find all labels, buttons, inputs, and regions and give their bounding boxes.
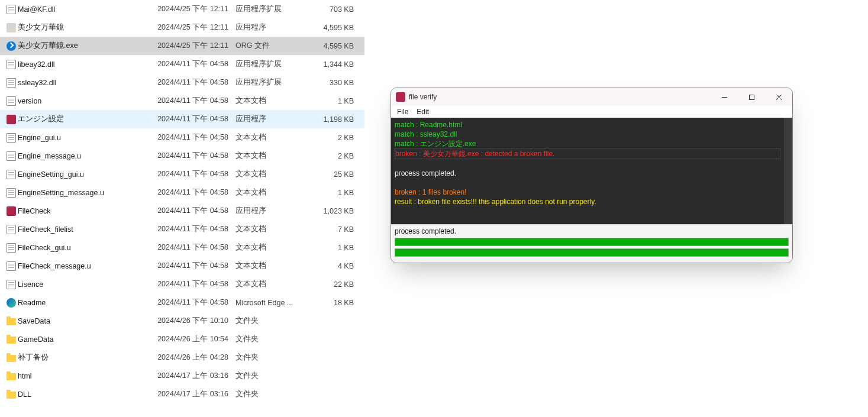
- progress-bar-1: [395, 238, 789, 246]
- file-date: 2024/4/11 下午 04:58: [156, 279, 235, 289]
- titlebar[interactable]: file verify: [391, 88, 792, 106]
- file-icon: [5, 335, 18, 344]
- maximize-button[interactable]: [738, 88, 765, 106]
- file-date: 2024/4/11 下午 04:58: [156, 151, 235, 161]
- file-row[interactable]: Engine_gui.u2024/4/11 下午 04:58文本文档2 KB: [0, 128, 364, 147]
- file-name: Engine_gui.u: [18, 134, 156, 142]
- file-icon: [5, 353, 18, 362]
- file-row[interactable]: Readme2024/4/11 下午 04:58Microsoft Edge .…: [0, 293, 364, 312]
- file-size: 1 KB: [306, 189, 354, 197]
- console-scrollbar[interactable]: [784, 118, 792, 224]
- close-button[interactable]: [765, 88, 792, 106]
- file-type: 应用程序: [235, 114, 306, 124]
- console-line: process completed.: [395, 169, 789, 178]
- file-icon: [5, 280, 18, 289]
- file-icon: [5, 151, 18, 161]
- file-row[interactable]: DLL2024/4/17 上午 03:16文件夹: [0, 385, 364, 403]
- file-name: html: [18, 372, 156, 380]
- file-type: 应用程序: [235, 206, 306, 216]
- file-date: 2024/4/11 下午 04:58: [156, 114, 235, 124]
- file-type: 文件夹: [235, 353, 306, 363]
- file-date: 2024/4/25 下午 12:11: [156, 22, 235, 33]
- file-icon: [5, 23, 18, 33]
- file-size: 7 KB: [306, 225, 354, 234]
- file-icon: [5, 390, 18, 399]
- file-type: 文本文档: [235, 188, 306, 198]
- file-icon: [5, 60, 18, 69]
- file-row[interactable]: 美少女万華鏡2024/4/25 下午 12:11应用程序4,595 KB: [0, 18, 364, 37]
- file-type: 文本文档: [235, 279, 306, 289]
- file-icon: [5, 5, 18, 14]
- file-row[interactable]: Engine_message.u2024/4/11 下午 04:58文本文档2 …: [0, 147, 364, 165]
- file-date: 2024/4/25 下午 12:11: [156, 41, 235, 51]
- file-explorer-list: Mai@KF.dll2024/4/25 下午 12:11应用程序扩展703 KB…: [0, 0, 364, 403]
- file-size: 703 KB: [306, 5, 354, 14]
- file-size: 1 KB: [306, 244, 354, 252]
- menu-edit[interactable]: Edit: [417, 108, 429, 116]
- console-line: match : エンジン設定.exe: [395, 139, 789, 148]
- file-row[interactable]: html2024/4/17 上午 03:16文件夹: [0, 367, 364, 385]
- window-title: file verify: [409, 93, 711, 101]
- file-row[interactable]: エンジン設定2024/4/11 下午 04:58应用程序1,198 KB: [0, 110, 364, 128]
- file-type: 应用程序扩展: [235, 4, 306, 14]
- file-name: FileCheck: [18, 207, 156, 215]
- menu-file[interactable]: File: [397, 108, 408, 116]
- file-icon: [5, 261, 18, 271]
- file-size: 4 KB: [306, 262, 354, 270]
- file-type: 文本文档: [235, 169, 306, 179]
- file-icon: [5, 170, 18, 179]
- file-row[interactable]: FileCheck_message.u2024/4/11 下午 04:58文本文…: [0, 257, 364, 275]
- file-name: SaveData: [18, 317, 156, 325]
- file-date: 2024/4/11 下午 04:58: [156, 59, 235, 69]
- file-date: 2024/4/26 上午 04:28: [156, 353, 235, 363]
- svg-rect-1: [749, 95, 754, 99]
- file-row[interactable]: version2024/4/11 下午 04:58文本文档1 KB: [0, 92, 364, 110]
- file-type: 文件夹: [235, 334, 306, 344]
- file-type: 文本文档: [235, 132, 306, 143]
- file-row[interactable]: Lisence2024/4/11 下午 04:58文本文档22 KB: [0, 275, 364, 293]
- file-row[interactable]: Mai@KF.dll2024/4/25 下午 12:11应用程序扩展703 KB: [0, 0, 364, 18]
- file-name: GameData: [18, 335, 156, 344]
- file-date: 2024/4/11 下午 04:58: [156, 298, 235, 308]
- file-row[interactable]: ssleay32.dll2024/4/11 下午 04:58应用程序扩展330 …: [0, 73, 364, 92]
- console-line: broken : 美少女万華鏡.exe : detected a broken …: [395, 148, 780, 159]
- file-row[interactable]: 补丁备份2024/4/26 上午 04:28文件夹: [0, 348, 364, 367]
- file-icon: [5, 206, 18, 216]
- minimize-button[interactable]: [711, 88, 738, 106]
- app-icon: [396, 92, 405, 102]
- file-date: 2024/4/11 下午 04:58: [156, 169, 235, 179]
- file-icon: [5, 243, 18, 253]
- file-name: version: [18, 97, 156, 105]
- file-row[interactable]: GameData2024/4/26 上午 10:54文件夹: [0, 330, 364, 348]
- file-verify-window: file verify File Edit match : Readme.htm…: [391, 88, 793, 263]
- file-type: 文件夹: [235, 389, 306, 399]
- file-type: ORG 文件: [235, 41, 306, 51]
- file-size: 2 KB: [306, 152, 354, 160]
- file-row[interactable]: libeay32.dll2024/4/11 下午 04:58应用程序扩展1,34…: [0, 55, 364, 73]
- progress-bar-2: [395, 248, 789, 257]
- file-date: 2024/4/11 下午 04:58: [156, 96, 235, 106]
- file-name: Engine_message.u: [18, 152, 156, 160]
- file-type: 文本文档: [235, 224, 306, 234]
- file-row[interactable]: 美少女万華鏡.exe2024/4/25 下午 12:11ORG 文件4,595 …: [0, 37, 364, 55]
- file-name: 补丁备份: [18, 353, 156, 363]
- file-row[interactable]: SaveData2024/4/26 下午 10:10文件夹: [0, 312, 364, 330]
- file-icon: [5, 96, 18, 106]
- file-row[interactable]: EngineSetting_gui.u2024/4/11 下午 04:58文本文…: [0, 165, 364, 183]
- console-output: match : Readme.htmlmatch : ssleay32.dllm…: [391, 118, 792, 224]
- file-row[interactable]: FileCheck_gui.u2024/4/11 下午 04:58文本文档1 K…: [0, 238, 364, 257]
- file-name: Lisence: [18, 280, 156, 289]
- file-name: 美少女万華鏡: [18, 22, 156, 33]
- file-row[interactable]: FileCheck2024/4/11 下午 04:58应用程序1,023 KB: [0, 202, 364, 220]
- file-row[interactable]: FileCheck_filelist2024/4/11 下午 04:58文本文档…: [0, 220, 364, 238]
- file-date: 2024/4/11 下午 04:58: [156, 188, 235, 198]
- file-type: 应用程序扩展: [235, 77, 306, 88]
- file-size: 4,595 KB: [306, 42, 354, 50]
- file-type: 文件夹: [235, 316, 306, 326]
- file-row[interactable]: EngineSetting_message.u2024/4/11 下午 04:5…: [0, 183, 364, 202]
- file-size: 1,344 KB: [306, 60, 354, 69]
- file-icon: [5, 188, 18, 198]
- file-date: 2024/4/25 下午 12:11: [156, 4, 235, 14]
- file-name: FileCheck_filelist: [18, 225, 156, 234]
- file-name: エンジン設定: [18, 114, 156, 124]
